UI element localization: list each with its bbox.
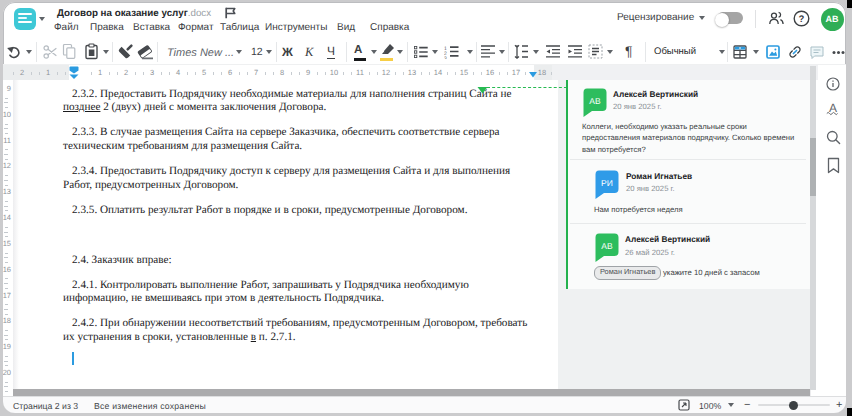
svg-text:АВ: АВ — [601, 241, 613, 251]
svg-text:3: 3 — [444, 56, 447, 60]
svg-text:РИ: РИ — [601, 178, 613, 188]
svg-text:АВ: АВ — [589, 96, 601, 106]
